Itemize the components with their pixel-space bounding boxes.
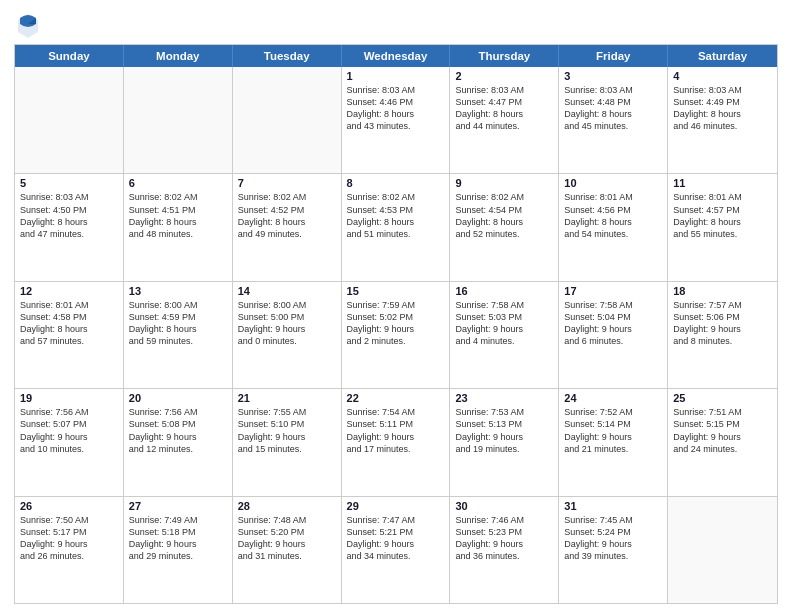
- day-info: Sunrise: 7:49 AM Sunset: 5:18 PM Dayligh…: [129, 514, 228, 563]
- calendar-cell: 20Sunrise: 7:56 AM Sunset: 5:08 PM Dayli…: [124, 389, 233, 495]
- day-info: Sunrise: 8:03 AM Sunset: 4:47 PM Dayligh…: [455, 84, 554, 133]
- calendar-cell: [124, 67, 233, 173]
- day-info: Sunrise: 8:01 AM Sunset: 4:56 PM Dayligh…: [564, 191, 663, 240]
- calendar-week-2: 5Sunrise: 8:03 AM Sunset: 4:50 PM Daylig…: [15, 173, 777, 280]
- calendar-cell: 12Sunrise: 8:01 AM Sunset: 4:58 PM Dayli…: [15, 282, 124, 388]
- day-number: 17: [564, 285, 663, 297]
- day-number: 23: [455, 392, 554, 404]
- day-number: 27: [129, 500, 228, 512]
- day-number: 24: [564, 392, 663, 404]
- calendar-cell: 25Sunrise: 7:51 AM Sunset: 5:15 PM Dayli…: [668, 389, 777, 495]
- calendar-cell: 3Sunrise: 8:03 AM Sunset: 4:48 PM Daylig…: [559, 67, 668, 173]
- day-number: 9: [455, 177, 554, 189]
- day-info: Sunrise: 7:48 AM Sunset: 5:20 PM Dayligh…: [238, 514, 337, 563]
- calendar-week-4: 19Sunrise: 7:56 AM Sunset: 5:07 PM Dayli…: [15, 388, 777, 495]
- day-number: 1: [347, 70, 446, 82]
- day-number: 28: [238, 500, 337, 512]
- day-info: Sunrise: 7:47 AM Sunset: 5:21 PM Dayligh…: [347, 514, 446, 563]
- day-info: Sunrise: 8:02 AM Sunset: 4:52 PM Dayligh…: [238, 191, 337, 240]
- day-number: 12: [20, 285, 119, 297]
- calendar-cell: 31Sunrise: 7:45 AM Sunset: 5:24 PM Dayli…: [559, 497, 668, 603]
- day-info: Sunrise: 7:57 AM Sunset: 5:06 PM Dayligh…: [673, 299, 773, 348]
- calendar-cell: 2Sunrise: 8:03 AM Sunset: 4:47 PM Daylig…: [450, 67, 559, 173]
- day-info: Sunrise: 8:03 AM Sunset: 4:48 PM Dayligh…: [564, 84, 663, 133]
- day-info: Sunrise: 8:00 AM Sunset: 4:59 PM Dayligh…: [129, 299, 228, 348]
- calendar-body: 1Sunrise: 8:03 AM Sunset: 4:46 PM Daylig…: [15, 67, 777, 603]
- day-number: 5: [20, 177, 119, 189]
- day-header-wednesday: Wednesday: [342, 45, 451, 67]
- logo-icon: [14, 10, 42, 38]
- day-number: 31: [564, 500, 663, 512]
- calendar-cell: 27Sunrise: 7:49 AM Sunset: 5:18 PM Dayli…: [124, 497, 233, 603]
- day-number: 22: [347, 392, 446, 404]
- calendar-week-5: 26Sunrise: 7:50 AM Sunset: 5:17 PM Dayli…: [15, 496, 777, 603]
- day-info: Sunrise: 7:58 AM Sunset: 5:03 PM Dayligh…: [455, 299, 554, 348]
- calendar-cell: 6Sunrise: 8:02 AM Sunset: 4:51 PM Daylig…: [124, 174, 233, 280]
- calendar-cell: 18Sunrise: 7:57 AM Sunset: 5:06 PM Dayli…: [668, 282, 777, 388]
- calendar-cell: 24Sunrise: 7:52 AM Sunset: 5:14 PM Dayli…: [559, 389, 668, 495]
- day-number: 14: [238, 285, 337, 297]
- day-number: 18: [673, 285, 773, 297]
- day-number: 21: [238, 392, 337, 404]
- day-number: 11: [673, 177, 773, 189]
- day-info: Sunrise: 8:03 AM Sunset: 4:50 PM Dayligh…: [20, 191, 119, 240]
- day-info: Sunrise: 8:01 AM Sunset: 4:57 PM Dayligh…: [673, 191, 773, 240]
- header: [14, 10, 778, 38]
- calendar-cell: 9Sunrise: 8:02 AM Sunset: 4:54 PM Daylig…: [450, 174, 559, 280]
- calendar-cell: 10Sunrise: 8:01 AM Sunset: 4:56 PM Dayli…: [559, 174, 668, 280]
- calendar-cell: 4Sunrise: 8:03 AM Sunset: 4:49 PM Daylig…: [668, 67, 777, 173]
- day-info: Sunrise: 7:58 AM Sunset: 5:04 PM Dayligh…: [564, 299, 663, 348]
- calendar-cell: 26Sunrise: 7:50 AM Sunset: 5:17 PM Dayli…: [15, 497, 124, 603]
- day-number: 30: [455, 500, 554, 512]
- day-info: Sunrise: 7:53 AM Sunset: 5:13 PM Dayligh…: [455, 406, 554, 455]
- calendar-cell: 23Sunrise: 7:53 AM Sunset: 5:13 PM Dayli…: [450, 389, 559, 495]
- calendar-cell: 15Sunrise: 7:59 AM Sunset: 5:02 PM Dayli…: [342, 282, 451, 388]
- day-number: 7: [238, 177, 337, 189]
- day-header-tuesday: Tuesday: [233, 45, 342, 67]
- day-header-monday: Monday: [124, 45, 233, 67]
- calendar-cell: 17Sunrise: 7:58 AM Sunset: 5:04 PM Dayli…: [559, 282, 668, 388]
- calendar-cell: 30Sunrise: 7:46 AM Sunset: 5:23 PM Dayli…: [450, 497, 559, 603]
- calendar-cell: 7Sunrise: 8:02 AM Sunset: 4:52 PM Daylig…: [233, 174, 342, 280]
- calendar-week-3: 12Sunrise: 8:01 AM Sunset: 4:58 PM Dayli…: [15, 281, 777, 388]
- calendar-cell: 21Sunrise: 7:55 AM Sunset: 5:10 PM Dayli…: [233, 389, 342, 495]
- calendar-week-1: 1Sunrise: 8:03 AM Sunset: 4:46 PM Daylig…: [15, 67, 777, 173]
- calendar-cell: [15, 67, 124, 173]
- calendar-cell: 1Sunrise: 8:03 AM Sunset: 4:46 PM Daylig…: [342, 67, 451, 173]
- page: SundayMondayTuesdayWednesdayThursdayFrid…: [0, 0, 792, 612]
- day-info: Sunrise: 7:56 AM Sunset: 5:07 PM Dayligh…: [20, 406, 119, 455]
- day-info: Sunrise: 8:03 AM Sunset: 4:46 PM Dayligh…: [347, 84, 446, 133]
- calendar-cell: 14Sunrise: 8:00 AM Sunset: 5:00 PM Dayli…: [233, 282, 342, 388]
- day-number: 16: [455, 285, 554, 297]
- day-number: 8: [347, 177, 446, 189]
- calendar-cell: 22Sunrise: 7:54 AM Sunset: 5:11 PM Dayli…: [342, 389, 451, 495]
- calendar-cell: 28Sunrise: 7:48 AM Sunset: 5:20 PM Dayli…: [233, 497, 342, 603]
- calendar-cell: 16Sunrise: 7:58 AM Sunset: 5:03 PM Dayli…: [450, 282, 559, 388]
- day-number: 10: [564, 177, 663, 189]
- day-info: Sunrise: 8:02 AM Sunset: 4:51 PM Dayligh…: [129, 191, 228, 240]
- day-info: Sunrise: 8:01 AM Sunset: 4:58 PM Dayligh…: [20, 299, 119, 348]
- calendar-cell: 29Sunrise: 7:47 AM Sunset: 5:21 PM Dayli…: [342, 497, 451, 603]
- calendar-cell: [233, 67, 342, 173]
- calendar-cell: 19Sunrise: 7:56 AM Sunset: 5:07 PM Dayli…: [15, 389, 124, 495]
- day-number: 2: [455, 70, 554, 82]
- day-number: 25: [673, 392, 773, 404]
- calendar-cell: 11Sunrise: 8:01 AM Sunset: 4:57 PM Dayli…: [668, 174, 777, 280]
- calendar-cell: [668, 497, 777, 603]
- day-number: 15: [347, 285, 446, 297]
- calendar-header: SundayMondayTuesdayWednesdayThursdayFrid…: [15, 45, 777, 67]
- day-info: Sunrise: 8:00 AM Sunset: 5:00 PM Dayligh…: [238, 299, 337, 348]
- day-info: Sunrise: 7:46 AM Sunset: 5:23 PM Dayligh…: [455, 514, 554, 563]
- day-header-saturday: Saturday: [668, 45, 777, 67]
- day-info: Sunrise: 7:56 AM Sunset: 5:08 PM Dayligh…: [129, 406, 228, 455]
- calendar-cell: 5Sunrise: 8:03 AM Sunset: 4:50 PM Daylig…: [15, 174, 124, 280]
- logo: [14, 10, 46, 38]
- day-number: 6: [129, 177, 228, 189]
- day-number: 4: [673, 70, 773, 82]
- day-info: Sunrise: 8:03 AM Sunset: 4:49 PM Dayligh…: [673, 84, 773, 133]
- calendar-cell: 8Sunrise: 8:02 AM Sunset: 4:53 PM Daylig…: [342, 174, 451, 280]
- day-number: 20: [129, 392, 228, 404]
- day-number: 3: [564, 70, 663, 82]
- calendar-cell: 13Sunrise: 8:00 AM Sunset: 4:59 PM Dayli…: [124, 282, 233, 388]
- day-info: Sunrise: 7:45 AM Sunset: 5:24 PM Dayligh…: [564, 514, 663, 563]
